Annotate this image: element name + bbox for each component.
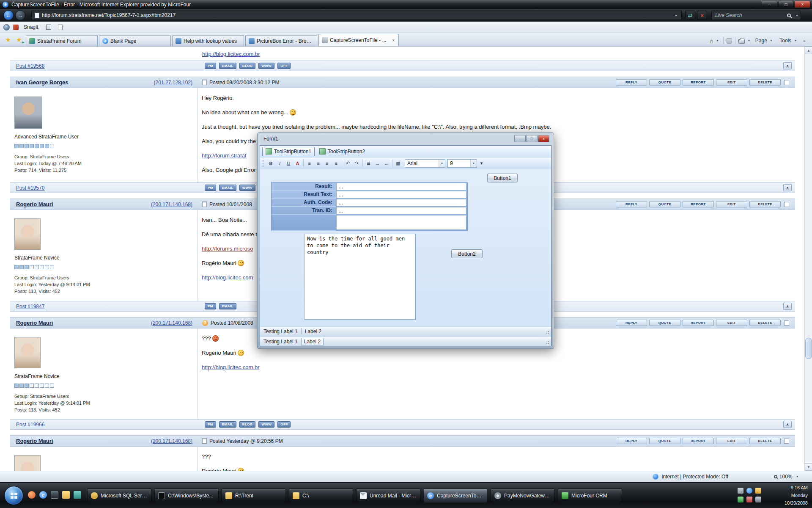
underline-button[interactable]: U (284, 159, 293, 168)
address-bar[interactable]: http://forum.strataframe.net/Topic19567-… (31, 11, 682, 20)
delete-button[interactable]: DELETE (749, 201, 781, 207)
undo-button[interactable]: ↶ (343, 159, 352, 168)
edit-button[interactable]: EDIT (716, 438, 747, 444)
scroll-top-button[interactable]: ∧ (783, 62, 792, 69)
auth-code-field[interactable]: ... (336, 199, 466, 207)
reply-button[interactable]: REPLY (616, 201, 647, 207)
tran-id-field[interactable]: ... (336, 207, 466, 215)
search-dropdown-icon[interactable]: ▼ (793, 14, 801, 17)
start-button[interactable] (4, 486, 23, 505)
font-combobox[interactable]: Arial ▾ (405, 159, 445, 168)
author-ip-link[interactable]: (200.171.140.168) (151, 438, 192, 444)
author-ip-link[interactable]: (200.171.140.168) (151, 320, 192, 326)
report-button[interactable]: REPORT (683, 320, 714, 326)
page-edit-icon[interactable] (58, 25, 63, 30)
quote-button[interactable]: QUOTE (649, 201, 680, 207)
font-size-combobox[interactable]: 9 ▾ (447, 159, 477, 168)
post-link[interactable]: http://blog.licitec.com.br (202, 51, 260, 57)
email-button[interactable]: EMAIL (219, 421, 236, 428)
post-link[interactable]: http://forums.microso (202, 246, 253, 252)
scrollbar-thumb[interactable] (805, 338, 812, 359)
print-dropdown-icon[interactable]: ▾ (746, 39, 752, 42)
maximize-button[interactable]: □ (778, 1, 794, 8)
address-dropdown-icon[interactable]: ▼ (672, 14, 680, 17)
form1-window[interactable]: Form1 – □ × ToolStripButton1 ToolStripBu… (257, 132, 554, 349)
pm-button[interactable]: PM (205, 185, 216, 191)
button1[interactable]: Button1 (487, 174, 518, 182)
close-button[interactable]: × (795, 1, 810, 8)
www-button[interactable]: WWW (239, 185, 255, 191)
toolbar-dropdown-button[interactable]: ▾ (477, 159, 486, 168)
www-button[interactable]: WWW (258, 63, 274, 69)
clock[interactable]: 9:16 AM Monday 10/20/2008 (785, 484, 808, 507)
button2[interactable]: Button2 (451, 249, 483, 258)
select-post-checkbox[interactable] (784, 202, 789, 207)
tab-capturescreentofile[interactable]: CaptureScreenToFile - ... × (318, 34, 399, 46)
off-button[interactable]: OFF (277, 421, 291, 428)
edit-button[interactable]: EDIT (716, 201, 747, 207)
author-ip-link[interactable]: (200.171.140.168) (151, 202, 192, 207)
taskbar-item-unread-mail[interactable]: Unread Mail - Micro... (356, 489, 420, 502)
tab-close-icon[interactable]: × (391, 38, 395, 43)
taskbar-item-paymenow-gateway[interactable]: PayMeNowGateway... (491, 489, 555, 502)
zoom-dropdown-icon[interactable]: ▾ (794, 475, 800, 478)
pm-button[interactable]: PM (205, 421, 216, 428)
home-icon[interactable]: ⌂ (710, 37, 713, 44)
zoom-control[interactable]: 100% ▾ (774, 474, 800, 480)
post-link[interactable]: http://forum.strataf (202, 152, 247, 159)
scroll-top-button[interactable]: ∧ (783, 421, 792, 428)
align-center-button[interactable]: ≡ (314, 159, 323, 168)
toolbar-grip-icon[interactable] (263, 160, 265, 167)
bullets-button[interactable]: ≣ (364, 159, 373, 168)
report-button[interactable]: REPORT (683, 201, 714, 207)
select-post-checkbox[interactable] (784, 439, 789, 444)
url-text[interactable]: http://forum.strataframe.net/Topic19567-… (42, 12, 672, 18)
quick-launch-icon-5[interactable] (74, 491, 81, 499)
add-favorite-button[interactable]: ★ (14, 34, 25, 45)
tray-message-icon[interactable] (746, 497, 752, 502)
stop-button[interactable]: × (697, 11, 707, 20)
form1-minimize-button[interactable]: – (514, 135, 526, 142)
toolbar-orb-icon[interactable] (3, 24, 10, 30)
author-link[interactable]: Rogerio Mauri (16, 201, 53, 207)
form1-title-bar[interactable]: Form1 – □ × (258, 133, 554, 145)
email-button[interactable]: EMAIL (219, 185, 236, 191)
quick-launch-icon-1[interactable] (28, 491, 36, 499)
post-number-link[interactable]: Post #19966 (16, 422, 44, 428)
form1-close-button[interactable]: × (538, 135, 549, 142)
tab-blank-page[interactable]: e Blank Page (99, 35, 171, 46)
bold-button[interactable]: B (266, 159, 275, 168)
feeds-icon[interactable] (727, 38, 732, 44)
post-link[interactable]: http://blog.licitec.com (202, 274, 253, 281)
search-input[interactable] (712, 12, 785, 18)
form1-maximize-button[interactable]: □ (526, 135, 538, 142)
outdent-button[interactable]: ← (382, 159, 391, 168)
taskbar-item-cdrive[interactable]: C:\ (289, 489, 353, 502)
message-textbox[interactable]: Now is the time for all good men to come… (304, 234, 416, 320)
quote-button[interactable]: QUOTE (649, 320, 680, 326)
select-post-checkbox[interactable] (784, 320, 789, 326)
quick-launch-ie-icon[interactable]: e (39, 491, 47, 499)
tray-volume-icon[interactable] (738, 488, 743, 494)
reply-button[interactable]: REPLY (616, 320, 647, 326)
search-box[interactable]: ▼ (711, 11, 801, 20)
extra-field[interactable] (336, 215, 466, 230)
report-button[interactable]: REPORT (683, 79, 714, 86)
post-number-link[interactable]: Post #19568 (16, 63, 44, 69)
minimize-button[interactable]: – (762, 1, 777, 8)
author-link[interactable]: Ivan George Borges (16, 79, 69, 86)
snagit-button[interactable]: SnagIt (22, 23, 40, 31)
off-button[interactable]: OFF (277, 63, 291, 69)
result-field[interactable]: ... (336, 183, 466, 190)
author-ip-link[interactable]: (201.27.128.102) (154, 80, 192, 86)
refresh-button[interactable]: ⇄ (685, 11, 695, 20)
align-right-button[interactable]: ≡ (323, 159, 332, 168)
pm-button[interactable]: PM (205, 303, 216, 309)
tab-picturebox-error[interactable]: PictureBox Error - BrokenR... (245, 35, 317, 46)
chevron-down-icon[interactable]: ▾ (470, 160, 477, 167)
blog-button[interactable]: BLOG (239, 421, 256, 428)
scroll-down-icon[interactable]: ▼ (805, 463, 812, 471)
www-button[interactable]: WWW (258, 421, 274, 428)
resize-grip-icon[interactable] (544, 329, 549, 334)
author-link[interactable]: Rogerio Mauri (16, 438, 53, 444)
